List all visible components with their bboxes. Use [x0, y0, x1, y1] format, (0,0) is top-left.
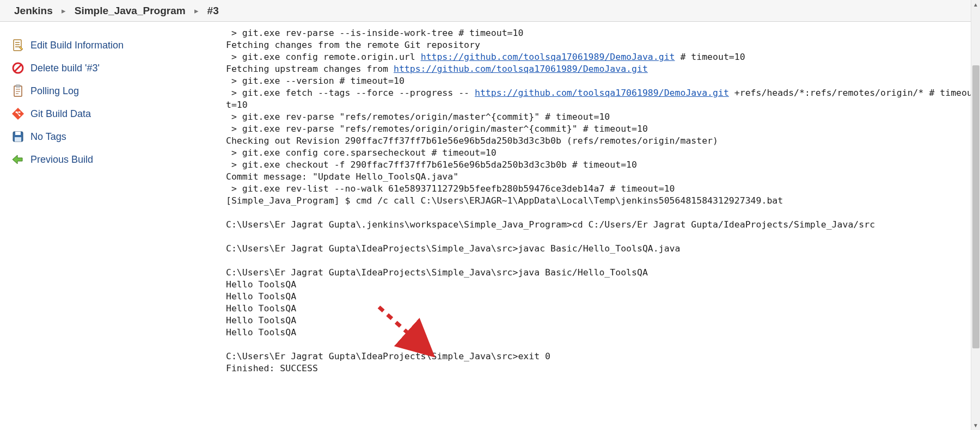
- clipboard-icon: [11, 84, 25, 98]
- sidebar-item-label: Previous Build: [30, 154, 93, 165]
- main-panel: > git.exe rev-parse --is-inside-work-tre…: [215, 22, 980, 430]
- svg-rect-0: [14, 40, 21, 51]
- sidebar-item-label: Polling Log: [30, 85, 79, 97]
- sidebar-item-label: No Tags: [30, 131, 66, 143]
- svg-rect-10: [15, 137, 21, 142]
- breadcrumb-job[interactable]: Simple_Java_Program: [70, 5, 190, 17]
- save-icon: [11, 130, 25, 144]
- sidebar-item-polling-log[interactable]: Polling Log: [10, 79, 215, 102]
- repo-link[interactable]: https://github.com/toolsqa17061989/DemoJ…: [394, 64, 648, 74]
- sidebar-item-previous-build[interactable]: Previous Build: [10, 148, 215, 171]
- arrow-left-icon: [11, 152, 25, 167]
- breadcrumb-jenkins[interactable]: Jenkins: [10, 5, 57, 17]
- sidebar-item-label: Edit Build Information: [30, 40, 124, 51]
- console-output: > git.exe rev-parse --is-inside-work-tre…: [226, 27, 975, 374]
- scroll-down-icon[interactable]: ▼: [971, 421, 980, 430]
- repo-link[interactable]: https://github.com/toolsqa17061989/DemoJ…: [475, 88, 729, 98]
- sidebar-item-no-tags[interactable]: No Tags: [10, 125, 215, 148]
- breadcrumb: Jenkins ▸ Simple_Java_Program ▸ #3: [0, 0, 980, 22]
- scroll-up-icon[interactable]: ▲: [971, 0, 980, 9]
- breadcrumb-build[interactable]: #3: [203, 5, 223, 17]
- chevron-right-icon: ▸: [57, 6, 70, 16]
- sidebar-item-git-build-data[interactable]: Git Build Data: [10, 102, 215, 125]
- svg-rect-9: [15, 132, 21, 135]
- notepad-icon: [11, 38, 25, 52]
- delete-icon: [11, 61, 25, 75]
- sidebar-item-delete-build[interactable]: Delete build '#3': [10, 57, 215, 79]
- sidebar-item-label: Git Build Data: [30, 108, 91, 120]
- sidebar-item-edit-build-info[interactable]: Edit Build Information: [10, 34, 215, 57]
- svg-rect-4: [16, 85, 20, 87]
- sidebar-item-label: Delete build '#3': [30, 63, 100, 74]
- chevron-right-icon: ▸: [190, 6, 203, 16]
- git-icon: [11, 107, 25, 121]
- scroll-thumb[interactable]: [972, 65, 979, 348]
- sidebar: Edit Build Information Delete build '#3'…: [0, 22, 215, 430]
- repo-link[interactable]: https://github.com/toolsqa17061989/DemoJ…: [421, 52, 675, 62]
- vertical-scrollbar[interactable]: ▲ ▼: [971, 0, 980, 430]
